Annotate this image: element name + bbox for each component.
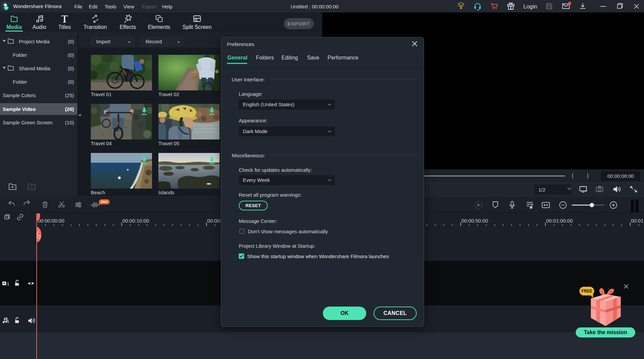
svg-text:Titles: Titles — [58, 24, 71, 30]
svg-text:1: 1 — [7, 319, 9, 324]
svg-text:00:00:10:00: 00:00:10:00 — [122, 218, 149, 224]
svg-text:Audio: Audio — [33, 24, 46, 30]
svg-text:00:01:10:00: 00:01:10:00 — [631, 218, 644, 224]
svg-text:Login: Login — [523, 3, 537, 10]
svg-text:00:00:50:00: 00:00:50:00 — [461, 218, 488, 224]
svg-text:Effects: Effects — [120, 24, 136, 30]
svg-text:00:00:00:00: 00:00:00:00 — [38, 218, 64, 224]
svg-text:Split Screen: Split Screen — [183, 24, 212, 30]
svg-text:Elements: Elements — [148, 24, 171, 30]
svg-text:00:01:00:00: 00:01:00:00 — [546, 218, 573, 224]
svg-text:Transition: Transition — [83, 24, 107, 30]
svg-text:1: 1 — [7, 281, 9, 286]
svg-text:Media: Media — [6, 24, 22, 30]
